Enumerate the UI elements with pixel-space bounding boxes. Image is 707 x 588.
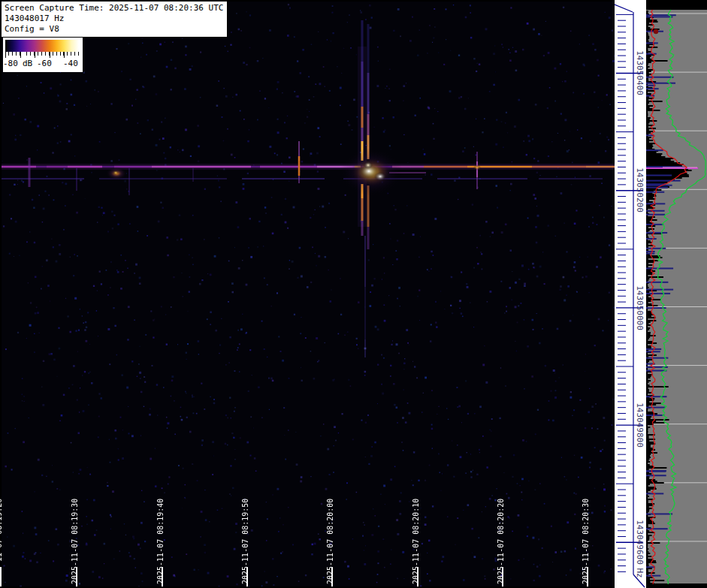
spectrum-bar: [646, 457, 651, 458]
spectrum-bar: [646, 572, 655, 574]
spectrum-hold-bar: [646, 351, 660, 352]
spectrum-bar: [646, 515, 648, 517]
spectrum-hold-bar: [646, 238, 657, 240]
spectrum-bar: [646, 159, 671, 161]
spectrum-bar: [646, 389, 649, 390]
spectrum-bar: [646, 153, 662, 155]
spectrum-bar: [646, 11, 648, 12]
spectrum-analyzer-screen: Screen Capture Time: 2025-11-07 08:20:36…: [0, 0, 707, 588]
spectrum-bar: [646, 272, 653, 273]
spectrum-bar: [646, 460, 649, 461]
spectrum-bar: [646, 305, 657, 306]
spectrum-bar: [646, 365, 648, 366]
spectrum-bar: [646, 347, 651, 348]
spectrum-bar: [646, 327, 650, 329]
spectrum-bar: [646, 413, 657, 415]
spectrum-bar: [646, 144, 653, 146]
spectrum-bar: [646, 143, 655, 144]
spectrum-bar: [646, 59, 652, 60]
spectrum-bar: [646, 568, 652, 569]
spectrum-bar: [646, 258, 648, 260]
spectrum-hold-bar: [646, 191, 664, 193]
spectrum-bar: [646, 341, 653, 342]
spectrum-bar: [646, 466, 654, 467]
spectrum-bar: [646, 261, 654, 263]
spectrum-bar: [646, 66, 650, 68]
spectrum-bar: [646, 275, 648, 276]
spectrum-bar: [646, 116, 648, 117]
spectrum-bar: [646, 506, 649, 508]
spectrum-bar: [646, 131, 653, 132]
spectrum-bar: [646, 437, 649, 439]
spectrum-bar: [646, 446, 651, 448]
spectrum-bar: [646, 329, 649, 330]
spectrum-bar: [646, 221, 650, 222]
spectrum-bar: [646, 436, 649, 437]
spectrum-bar: [646, 201, 653, 203]
spectrum-bar: [646, 448, 653, 449]
spectrum-bar: [646, 198, 655, 200]
spectrum-bar: [646, 129, 649, 131]
spectrum-bar: [646, 26, 648, 27]
spectrum-bar: [646, 559, 653, 560]
freq-axis-label: 143050400: [635, 50, 645, 95]
spectrum-bar: [646, 138, 649, 140]
spectrum-bar: [646, 412, 654, 413]
spectrum-bar: [646, 287, 649, 288]
spectrum-bar: [646, 404, 656, 406]
spectrum-bar: [646, 425, 648, 427]
spectrum-bar: [646, 416, 651, 418]
spectrum-bar: [646, 502, 648, 503]
spectrum-bar: [646, 171, 685, 173]
time-axis-label: 2025-11-07 08:20:00: [325, 499, 335, 584]
spectrum-bar: [646, 105, 653, 107]
spectrum-hold-bar: [646, 513, 672, 514]
spectrum-bar: [646, 499, 653, 500]
spectrum-bar: [646, 339, 648, 341]
spectrum-hold-bar: [646, 88, 659, 89]
spectrum-bar: [646, 422, 664, 424]
freq-axis-label: 143050000: [635, 285, 645, 330]
spectrum-bar: [646, 536, 649, 538]
spectrum-bar: [646, 294, 651, 296]
spectrum-hold-bar: [646, 528, 668, 529]
spectrum-hold-bar: [646, 396, 666, 397]
spectrum-bar: [646, 557, 648, 559]
spectrum-bar: [646, 368, 648, 369]
spectrum-bar: [646, 38, 649, 39]
spectrum-bar: [646, 533, 648, 535]
colorbar-label--80: -80: [3, 59, 18, 68]
spectrum-bar: [646, 299, 661, 300]
capture-info-box: Screen Capture Time: 2025-11-07 08:20:36…: [2, 2, 228, 38]
spectrum-bar: [646, 550, 648, 551]
spectrum-bar: [646, 45, 649, 47]
spectrum-bar: [646, 524, 648, 526]
spectrum-bar: [646, 461, 650, 463]
spectrum-bar: [646, 336, 650, 338]
spectrum-bar: [646, 488, 657, 490]
spectrum-bar: [646, 92, 648, 93]
spectrum-hold-bar: [646, 16, 672, 17]
spectrum-hold-bar: [646, 415, 664, 416]
spectrum-bar: [646, 240, 651, 242]
spectrum-hold-bar: [646, 203, 665, 204]
spectrum-bar: [646, 156, 665, 158]
spectrum-bar: [646, 338, 649, 339]
spectrum-bar: [646, 228, 654, 230]
spectrum-bar: [646, 197, 653, 198]
spectrum-bar: [646, 553, 650, 554]
spectrum-bar: [646, 99, 648, 101]
spectrum-bar: [646, 544, 648, 545]
spectrum-bar: [646, 209, 648, 210]
spectrum-bar: [646, 296, 648, 297]
spectrum-bar: [646, 383, 648, 384]
spectrum-bar: [646, 320, 656, 321]
spectrum-bar: [646, 333, 651, 335]
spectrum-panel-bg: [646, 10, 707, 583]
colorbar-legend: -80 dB -60 -40: [3, 38, 83, 72]
spectrum-bar: [646, 418, 651, 419]
spectrum-bar: [646, 18, 650, 20]
spectrum-bar: [646, 511, 649, 512]
spectrum-bar: [646, 315, 651, 317]
spectrum-bar: [646, 161, 674, 162]
